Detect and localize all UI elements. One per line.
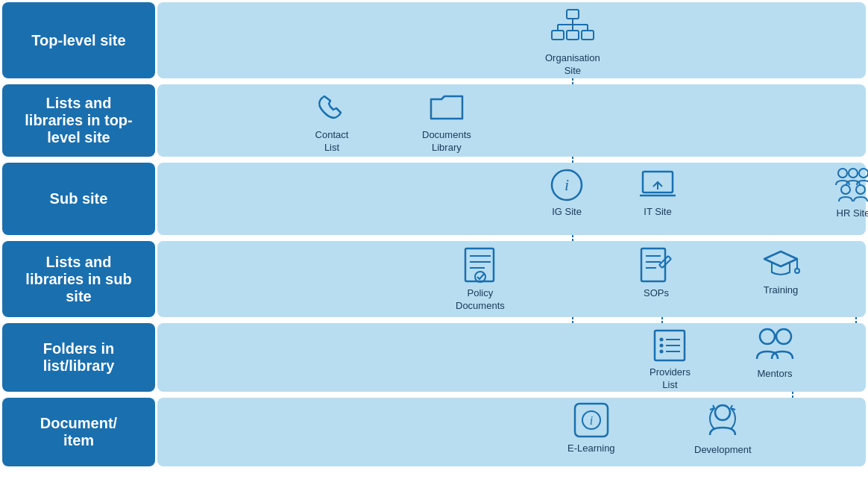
svg-marker-61 bbox=[764, 251, 797, 266]
documents-library-item: DocumentsLibrary bbox=[422, 90, 471, 154]
svg-text:i: i bbox=[590, 414, 593, 427]
contact-list-item: ContactList bbox=[314, 90, 350, 154]
svg-point-75 bbox=[760, 329, 775, 344]
content-top-level: OrganisationSite bbox=[157, 2, 866, 78]
label-subsite: Sub site bbox=[2, 163, 155, 235]
svg-rect-53 bbox=[641, 248, 665, 281]
row-top-level: Top-level site bbox=[0, 0, 868, 82]
providers-list-item: ProvidersList bbox=[650, 328, 691, 392]
row-lists-top: Lists andlibraries in top-level site Con… bbox=[0, 82, 868, 160]
label-lists-sub: Lists andlibraries in subsite bbox=[2, 241, 155, 317]
it-site-item: IT Site bbox=[638, 167, 677, 219]
org-site-label: OrganisationSite bbox=[545, 52, 600, 78]
contact-list-label: ContactList bbox=[315, 129, 349, 154]
svg-line-60 bbox=[659, 265, 662, 268]
svg-point-44 bbox=[849, 169, 858, 178]
svg-point-80 bbox=[715, 405, 730, 420]
mentors-icon bbox=[754, 326, 796, 365]
content-folders: ProvidersList Mentors bbox=[157, 323, 866, 392]
org-chart-icon bbox=[550, 8, 595, 49]
list-icon bbox=[652, 328, 688, 363]
svg-rect-29 bbox=[567, 10, 579, 19]
info-circle-icon: i bbox=[549, 167, 585, 203]
svg-text:i: i bbox=[564, 175, 569, 194]
policy-doc-icon bbox=[462, 246, 498, 284]
content-document: i E-Learning Dev bbox=[157, 398, 866, 466]
training-label: Training bbox=[764, 284, 798, 297]
providers-list-label: ProvidersList bbox=[650, 366, 691, 392]
hr-site-label: HR Site bbox=[837, 207, 868, 220]
svg-point-46 bbox=[841, 185, 850, 194]
development-icon bbox=[702, 401, 743, 441]
svg-rect-35 bbox=[552, 31, 564, 40]
sops-item: SOPs bbox=[638, 246, 674, 300]
svg-point-45 bbox=[859, 169, 868, 178]
row-subsite: Sub site i IG Site bbox=[0, 160, 868, 239]
training-item: Training bbox=[761, 246, 800, 297]
folder-icon bbox=[428, 90, 465, 126]
svg-point-76 bbox=[776, 329, 791, 344]
content-lists-sub: PolicyDocuments SOPs bbox=[157, 241, 866, 317]
row-document: Document/item i E-Learning bbox=[0, 395, 868, 470]
diagram: Top-level site bbox=[0, 0, 868, 491]
label-top-level: Top-level site bbox=[2, 2, 155, 78]
development-label: Development bbox=[694, 444, 752, 457]
e-learning-icon: i bbox=[572, 401, 611, 440]
svg-point-71 bbox=[660, 344, 664, 348]
content-lists-top: ContactList DocumentsLibrary bbox=[157, 84, 866, 157]
hr-site-item: HR Site bbox=[832, 166, 868, 220]
ig-site-label: IG Site bbox=[552, 206, 582, 219]
sops-label: SOPs bbox=[644, 287, 669, 300]
row-folders: Folders inlist/library ProvidersList bbox=[0, 321, 868, 395]
content-subsite: i IG Site IT Site bbox=[157, 163, 866, 235]
graduation-icon bbox=[761, 246, 800, 281]
laptop-icon bbox=[638, 167, 677, 203]
label-document: Document/item bbox=[2, 398, 155, 466]
e-learning-item: i E-Learning bbox=[567, 401, 615, 455]
svg-point-73 bbox=[660, 350, 664, 354]
label-folders: Folders inlist/library bbox=[2, 323, 155, 392]
svg-point-69 bbox=[660, 338, 664, 342]
row-lists-sub: Lists andlibraries in subsite PolicyDocu… bbox=[0, 239, 868, 321]
people-icon bbox=[832, 166, 868, 204]
phone-icon bbox=[314, 90, 350, 126]
org-site-item: OrganisationSite bbox=[545, 8, 600, 78]
policy-docs-item: PolicyDocuments bbox=[456, 246, 505, 313]
svg-rect-37 bbox=[582, 31, 594, 40]
e-learning-label: E-Learning bbox=[567, 442, 615, 455]
development-item: Development bbox=[694, 401, 752, 457]
mentors-item: Mentors bbox=[754, 326, 796, 381]
label-lists-top: Lists andlibraries in top-level site bbox=[2, 84, 155, 157]
svg-rect-48 bbox=[465, 248, 494, 281]
rows-container: Top-level site bbox=[0, 0, 868, 470]
svg-rect-36 bbox=[567, 31, 579, 40]
ig-site-item: i IG Site bbox=[549, 167, 585, 219]
it-site-label: IT Site bbox=[644, 206, 671, 219]
policy-docs-label: PolicyDocuments bbox=[456, 287, 505, 313]
svg-point-47 bbox=[856, 185, 865, 194]
svg-point-63 bbox=[795, 269, 799, 273]
documents-library-label: DocumentsLibrary bbox=[422, 129, 471, 154]
svg-point-43 bbox=[838, 169, 847, 178]
mentors-label: Mentors bbox=[758, 368, 793, 381]
sops-icon bbox=[638, 246, 674, 284]
